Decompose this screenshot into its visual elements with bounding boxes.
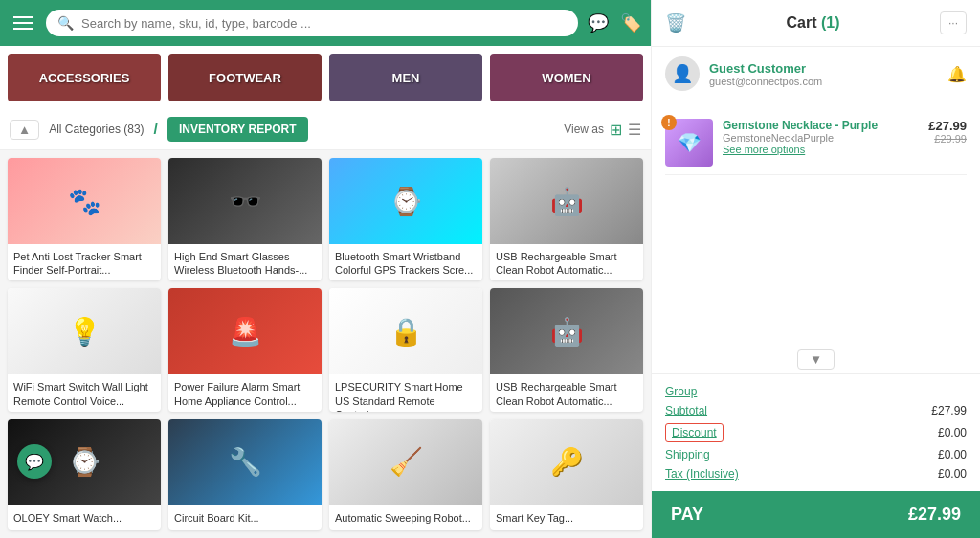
customer-avatar: 👤	[665, 56, 700, 91]
product-card[interactable]: 🤖 USB Rechargeable Smart Clean Robot Aut…	[490, 288, 643, 411]
product-info: Smart Key Tag...	[490, 505, 643, 530]
category-banners: ACCESSORIES FOOTWEAR MEN WOMEN	[0, 46, 651, 109]
product-card[interactable]: 🕶️ High End Smart Glasses Wireless Bluet…	[168, 158, 322, 280]
product-name: USB Rechargeable Smart Clean Robot Autom…	[496, 250, 637, 278]
top-bar: 🔍 💬 🏷️	[0, 0, 651, 46]
cart-item-original-price: £29.99	[928, 133, 967, 145]
product-icon: 🤖	[550, 316, 584, 347]
product-icon: 🧹	[390, 446, 423, 478]
product-info: WiFi Smart Switch Wall Light Remote Cont…	[8, 374, 161, 411]
product-name: Circuit Board Kit...	[174, 511, 316, 525]
discount-label[interactable]: Discount	[665, 423, 724, 442]
cart-panel: 🗑️ Cart (1) ··· 👤 Guest Customer guest@c…	[651, 0, 980, 538]
pay-button[interactable]: PAY £27.99	[652, 491, 980, 538]
product-icon: ⌚	[68, 446, 101, 478]
product-icon: 🤖	[550, 186, 584, 217]
product-card[interactable]: 💡 WiFi Smart Switch Wall Light Remote Co…	[8, 288, 161, 411]
total-row-shipping: Shipping £0.00	[665, 445, 967, 464]
product-name: LPSECURITY Smart Home US Standard Remote…	[335, 380, 477, 411]
product-name: Power Failure Alarm Smart Home Appliance…	[174, 380, 316, 408]
cart-header: 🗑️ Cart (1) ···	[652, 0, 980, 47]
inventory-report-button[interactable]: INVENTORY REPORT	[167, 117, 307, 142]
cart-more-options-button[interactable]: ···	[940, 11, 967, 34]
top-bar-icons: 💬 🏷️	[588, 12, 641, 34]
product-card[interactable]: 🐾 Pet Anti Lost Tracker Smart Finder Sel…	[8, 158, 161, 280]
total-row-discount: Discount £0.00	[665, 420, 967, 445]
subtotal-value: £27.99	[931, 404, 967, 417]
product-info: High End Smart Glasses Wireless Bluetoot…	[168, 244, 322, 280]
product-image: 🤖	[490, 158, 643, 244]
scroll-down-button[interactable]: ▼	[797, 349, 835, 370]
product-image: 💡	[8, 288, 161, 374]
cart-item-icon: 💎	[678, 131, 702, 154]
shipping-label[interactable]: Shipping	[665, 448, 710, 461]
product-name: Smart Key Tag...	[496, 511, 637, 525]
product-image: ⌚	[329, 158, 482, 244]
view-as-controls: View as ⊞ ☰	[564, 121, 641, 139]
category-accessories[interactable]: ACCESSORIES	[8, 54, 161, 101]
cart-items-list: ! 💎 Gemstone Necklace - Purple GemstoneN…	[652, 101, 980, 346]
grid-view-icon[interactable]: ⊞	[610, 121, 622, 139]
tax-label[interactable]: Tax (Inclusive)	[665, 467, 739, 481]
group-label[interactable]: Group	[665, 385, 697, 398]
tag-icon[interactable]: 🏷️	[620, 12, 641, 34]
category-women[interactable]: WOMEN	[490, 54, 643, 101]
product-icon: 🕶️	[229, 186, 262, 217]
scroll-down-area: ▼	[652, 346, 980, 373]
product-image: 🚨	[168, 288, 322, 374]
breadcrumb-separator: /	[154, 121, 158, 138]
product-icon: 🔒	[390, 316, 423, 347]
total-row-group: Group	[665, 382, 967, 401]
pay-amount: £27.99	[908, 504, 961, 525]
product-name: USB Rechargeable Smart Clean Robot Autom…	[496, 380, 637, 408]
cart-item-sku: GemstoneNecklaPurple	[723, 132, 919, 144]
subtotal-label[interactable]: Subtotal	[665, 404, 707, 417]
view-as-label: View as	[564, 123, 604, 136]
product-image: 🤖	[490, 288, 643, 374]
total-row-subtotal: Subtotal £27.99	[665, 401, 967, 420]
product-info: Bluetooth Smart Wristband Colorful GPS T…	[329, 244, 482, 280]
chat-bubble[interactable]: 💬	[17, 444, 52, 479]
product-image: 🔑	[490, 419, 643, 505]
all-categories-label[interactable]: All Categories (83)	[49, 123, 144, 136]
bell-icon[interactable]: 🔔	[947, 65, 967, 83]
product-info: Power Failure Alarm Smart Home Appliance…	[168, 374, 322, 411]
category-men[interactable]: MEN	[329, 54, 482, 101]
message-icon[interactable]: 💬	[588, 12, 609, 34]
product-card[interactable]: 🔑 Smart Key Tag...	[490, 419, 643, 530]
product-card[interactable]: 🧹 Automatic Sweeping Robot...	[329, 419, 482, 530]
scroll-up-button[interactable]: ▲	[10, 120, 39, 140]
product-image: 🔒	[329, 288, 482, 374]
product-name: Bluetooth Smart Wristband Colorful GPS T…	[335, 250, 477, 278]
product-image: 🕶️	[168, 158, 322, 244]
product-name: High End Smart Glasses Wireless Bluetoot…	[174, 250, 316, 278]
product-info: Pet Anti Lost Tracker Smart Finder Self-…	[8, 244, 161, 280]
product-icon: 🐾	[68, 186, 101, 217]
product-info: OLOEY Smart Watch...	[8, 505, 161, 530]
customer-email: guest@connectpos.com	[709, 76, 947, 87]
product-icon: 🔑	[550, 446, 584, 478]
product-card[interactable]: 🔧 Circuit Board Kit...	[168, 419, 322, 530]
product-info: USB Rechargeable Smart Clean Robot Autom…	[490, 244, 643, 280]
product-name: Pet Anti Lost Tracker Smart Finder Self-…	[13, 250, 155, 278]
cart-title: Cart (1)	[786, 14, 839, 32]
product-card[interactable]: 🚨 Power Failure Alarm Smart Home Applian…	[168, 288, 322, 411]
customer-name[interactable]: Guest Customer	[709, 61, 947, 76]
product-info: Circuit Board Kit...	[168, 505, 322, 530]
hamburger-button[interactable]	[10, 12, 36, 34]
product-card[interactable]: 🤖 USB Rechargeable Smart Clean Robot Aut…	[490, 158, 643, 280]
search-icon: 🔍	[57, 15, 74, 31]
category-footwear[interactable]: FOOTWEAR	[168, 54, 322, 101]
shipping-value: £0.00	[938, 448, 967, 461]
product-card[interactable]: 🔒 LPSECURITY Smart Home US Standard Remo…	[329, 288, 482, 411]
product-name: OLOEY Smart Watch...	[13, 511, 155, 525]
cart-item-name: Gemstone Necklace - Purple	[723, 119, 919, 132]
cart-count: (1)	[821, 14, 840, 31]
list-view-icon[interactable]: ☰	[628, 121, 641, 139]
trash-icon[interactable]: 🗑️	[665, 12, 686, 34]
product-card[interactable]: ⌚ Bluetooth Smart Wristband Colorful GPS…	[329, 158, 482, 280]
search-bar: 🔍	[46, 10, 578, 36]
search-input[interactable]	[81, 16, 567, 31]
product-icon: 🚨	[229, 316, 262, 347]
cart-item-more-options[interactable]: See more options	[723, 144, 919, 155]
